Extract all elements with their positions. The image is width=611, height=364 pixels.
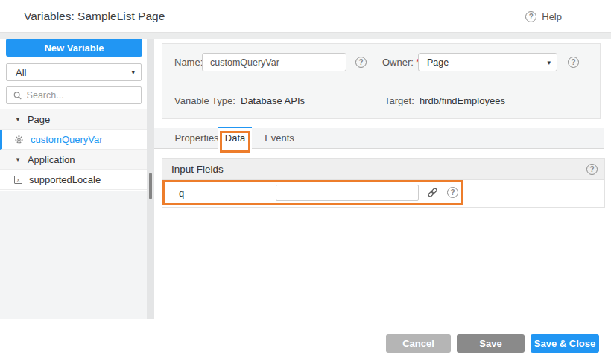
input-fields-section: Input Fields ? q ? [162, 158, 605, 208]
tree-group-page[interactable]: ▼ Page [0, 109, 147, 130]
variable-search[interactable] [6, 86, 142, 104]
variable-tree: ▼ Page customQueryVar ▼ Application x su… [0, 109, 147, 190]
owner-help-icon[interactable]: ? [568, 57, 579, 68]
dialog-header: Variables: SampleList Page ? Help [0, 0, 611, 33]
save-button[interactable]: Save [457, 334, 525, 353]
annotation-box-field-row: q ? [162, 180, 463, 205]
variable-detail-panel: Name:* ? Owner:* Page ▾ ? Variable Type:… [154, 39, 611, 319]
dialog-footer: Cancel Save Save & Close [0, 319, 611, 364]
tab-data[interactable]: Data [218, 128, 252, 149]
tab-properties[interactable]: Properties [174, 128, 220, 148]
variable-filter-select[interactable]: All ▾ [6, 63, 142, 81]
sidebar-empty-area [0, 191, 147, 319]
panel-divider [174, 86, 588, 86]
variable-filter-value: All [16, 67, 26, 78]
page-title: Variables: SampleList Page [24, 0, 165, 33]
bind-link-icon[interactable] [427, 187, 438, 201]
new-variable-button[interactable]: New Variable [6, 39, 142, 57]
chevron-down-icon: ▾ [547, 59, 551, 66]
tree-group-label: Application [28, 154, 75, 165]
help-button[interactable]: ? Help [525, 10, 562, 23]
collapse-caret-icon: ▼ [15, 156, 21, 163]
detail-tabbar: Properties Data Events [154, 128, 604, 149]
owner-label: Owner:* [382, 57, 420, 68]
locale-icon: x [14, 176, 22, 184]
cancel-button[interactable]: Cancel [386, 334, 451, 353]
input-fields-title: Input Fields [171, 164, 224, 175]
sidebar-scrollbar-track [147, 39, 154, 319]
variable-summary-panel: Name:* ? Owner:* Page ▾ ? Variable Type:… [162, 43, 601, 119]
input-fields-help-icon[interactable]: ? [586, 164, 598, 175]
variable-type-value: Database APIs [241, 95, 305, 106]
field-q-input[interactable] [276, 185, 419, 201]
search-input[interactable] [27, 90, 135, 100]
tab-events[interactable]: Events [259, 128, 300, 148]
name-field[interactable] [202, 53, 346, 71]
tree-item-label: supportedLocale [29, 174, 101, 185]
tree-item-supportedlocale[interactable]: x supportedLocale [0, 170, 147, 190]
help-icon: ? [525, 11, 536, 22]
gear-icon [14, 135, 24, 144]
help-label: Help [542, 11, 562, 22]
tree-group-application[interactable]: ▼ Application [0, 150, 147, 170]
variables-sidebar: New Variable All ▾ ▼ Page customQuer [0, 39, 147, 319]
variables-dialog: Variables: SampleList Page ? Help New Va… [0, 0, 611, 364]
target-value: hrdb/findEmployees [420, 95, 505, 106]
owner-select[interactable]: Page ▾ [418, 53, 557, 71]
sidebar-scrollbar-thumb[interactable] [149, 173, 152, 199]
owner-select-value: Page [427, 57, 449, 68]
tree-item-customqueryvar[interactable]: customQueryVar [0, 130, 147, 150]
input-fields-header: Input Fields ? [162, 159, 604, 180]
tree-item-label: customQueryVar [31, 134, 103, 145]
chevron-down-icon: ▾ [131, 68, 135, 76]
field-q-label: q [179, 188, 184, 199]
search-icon [13, 91, 22, 100]
tree-group-label: Page [28, 114, 50, 125]
input-fields-body: q ? [162, 180, 604, 207]
field-q-help-icon[interactable]: ? [447, 187, 458, 198]
variable-type-label: Variable Type: [174, 95, 235, 106]
collapse-caret-icon: ▼ [15, 116, 21, 123]
save-and-close-button[interactable]: Save & Close [531, 334, 599, 353]
name-help-icon[interactable]: ? [355, 57, 367, 68]
target-label: Target: [384, 95, 414, 106]
